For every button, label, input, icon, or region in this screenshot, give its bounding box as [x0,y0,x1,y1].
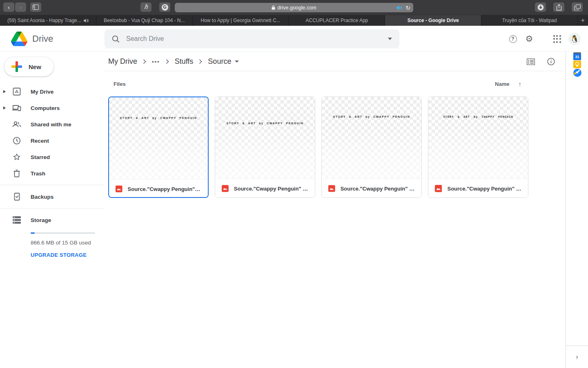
sidebar-item-shared-with-me[interactable]: Shared with me [0,116,105,132]
file-thumbnail: STORY & ART by CWAPPY PENGUIN [109,97,208,179]
sidebar-item-label: Computers [31,105,60,111]
tab-audio-icon[interactable] [84,18,89,23]
storage-icon [11,216,22,224]
tab-label: Source - Google Drive [408,18,459,23]
new-button[interactable]: New [4,57,54,76]
files-grid: STORY & ART by CWAPPY PENGUIN Source."Cw… [108,96,566,198]
tab-saint-asonia[interactable]: (59) Saint Asonia - Happy Trage... [0,15,96,26]
address-bar[interactable]: drive.google.com ↻ [175,3,413,12]
tab-overview-button[interactable] [572,2,583,12]
grammarly-extension-button[interactable]: G [159,2,170,12]
folder-menu-caret-icon[interactable] [235,61,239,63]
list-view-button[interactable] [527,58,535,65]
grammarly-icon: G [162,4,168,11]
file-thumbnail: STORY & ART by CWAPPY PENGUIN [215,97,315,179]
sidebar-item-backups[interactable]: Backups [0,188,105,205]
drive-logo[interactable]: Drive [11,31,53,46]
tab-how-to-apply[interactable]: How to Apply | Georgia Gwinnett C... [193,15,289,26]
expand-caret-icon[interactable] [0,90,9,93]
sidebar-item-trash[interactable]: Trash [0,165,105,182]
keep-app-button[interactable] [566,61,588,69]
search-options-caret-icon[interactable] [388,38,392,40]
sidebar-item-label: Storage [31,217,51,223]
file-thumbnail: STORY & ART by CWAPPY PENGUIN [428,97,528,179]
thumbnail-text: STORY & ART by CWAPPY PENGUIN [428,115,528,119]
sidebar-toggle-button[interactable] [30,2,41,12]
sort-control[interactable]: Name ↑ [495,81,521,88]
honey-extension-button[interactable]: ℏ [140,2,151,12]
google-plus-icon [11,61,22,72]
file-card[interactable]: STORY & ART by CWAPPY PENGUIN Source."Cw… [108,96,209,198]
breadcrumb-stuffs[interactable]: Stuffs [175,57,194,66]
audio-playing-icon[interactable] [396,5,402,10]
sidebar-item-label: Recent [31,138,49,144]
breadcrumb-source-current[interactable]: Source [208,57,239,66]
downloads-button[interactable] [535,2,546,12]
sort-by-name-button[interactable]: Name [495,81,509,87]
thumbnail-text: STORY & ART by CWAPPY PENGUIN [322,115,421,118]
avatar-image: 🐧 [570,35,579,43]
file-name: Source."Cwappy Penguin" - C... [128,186,201,192]
image-file-icon [116,185,122,193]
tab-label: How to Apply | Georgia Gwinnett C... [200,18,280,23]
my-drive-icon [11,88,22,96]
sidebar-item-computers[interactable]: Computers [0,100,105,116]
lock-icon [272,5,275,10]
tab-overview-icon [574,4,581,10]
search-input[interactable]: Search Drive [126,35,381,43]
sidebar-item-label: Starred [31,154,50,160]
file-card[interactable]: STORY & ART by CWAPPY PENGUIN Source."Cw… [321,96,422,198]
tasks-app-button[interactable] [566,69,588,77]
breadcrumb-collapsed-button[interactable]: ••• [152,58,160,65]
tab-label: (59) Saint Asonia - Happy Trage... [7,18,81,23]
sidebar-item-storage[interactable]: Storage [0,212,105,228]
reload-icon[interactable]: ↻ [405,4,410,11]
tasks-icon [573,69,581,77]
file-card[interactable]: STORY & ART by CWAPPY PENGUIN Source."Cw… [215,96,315,198]
safari-window: ‹ › ℏ G drive.google.com ↻ [0,0,588,368]
google-apps-button[interactable] [549,31,565,47]
chevron-right-icon [166,59,169,64]
files-label: Files [114,81,126,87]
chevron-right-icon [143,59,146,64]
file-name: Source."Cwappy Penguin" - ... [447,186,521,192]
sidebar-item-starred[interactable]: Starred [0,149,105,165]
forward-button[interactable]: › [15,2,26,12]
sidebar-item-my-drive[interactable]: My Drive [0,83,105,100]
backups-icon [11,193,22,201]
sidebar-item-recent[interactable]: Recent [0,132,105,149]
back-button[interactable]: ‹ [3,2,14,12]
settings-button[interactable]: ⚙ [521,31,537,47]
tab-beelzebub[interactable]: Beelzebub - Vua Quỷ Chap 104 - N... [96,15,193,26]
calendar-icon: 31 [573,52,581,60]
drive-triangle-icon [11,31,27,46]
sidebar-item-label: Trash [31,171,45,177]
expand-caret-icon[interactable] [0,106,9,110]
info-button[interactable] [547,58,555,65]
thumbnail-text: STORY & ART by CWAPPY PENGUIN [215,122,315,125]
tab-wattpad[interactable]: Truyện của Tôi - Wattpad [481,15,578,26]
honey-icon: ℏ [144,4,148,10]
search-bar[interactable]: Search Drive [105,29,399,48]
thumbnail-text: STORY & ART by CWAPPY PENGUIN [109,117,208,119]
storage-progress-fill [31,232,35,234]
sort-direction-arrow-icon[interactable]: ↑ [519,81,522,88]
divider [0,208,105,209]
account-avatar[interactable]: 🐧 [568,33,581,45]
file-thumbnail: STORY & ART by CWAPPY PENGUIN [322,97,421,179]
tab-google-drive-active[interactable]: Source - Google Drive [385,15,481,26]
computers-icon [11,104,22,112]
help-button[interactable]: ? [505,31,521,47]
divider [0,185,105,185]
breadcrumb-my-drive[interactable]: My Drive [108,57,137,66]
file-card[interactable]: STORY & ART by CWAPPY PENGUIN Source."Cw… [428,96,528,198]
drive-sidebar: New My Drive Computers [0,52,105,368]
recent-icon [11,137,22,145]
share-button[interactable] [553,2,564,12]
tab-accuplacer[interactable]: ACCUPLACER Practice App [289,15,385,26]
upgrade-storage-link[interactable]: UPGRADE STORAGE [31,252,105,258]
calendar-app-button[interactable]: 31 [566,52,588,61]
new-tab-button[interactable]: + [578,15,588,26]
hide-side-panel-button[interactable]: › [566,346,588,368]
share-icon [556,4,562,11]
